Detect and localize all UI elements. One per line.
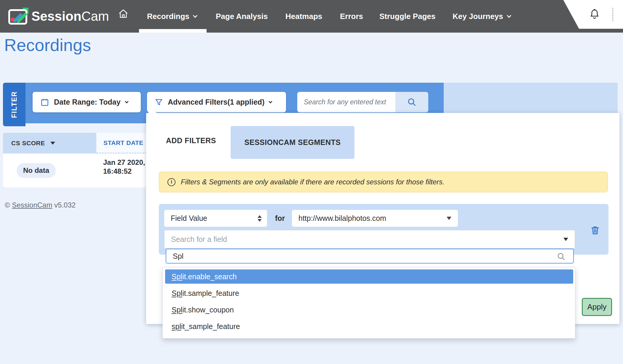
cs-score-value: No data — [23, 166, 49, 175]
field-result-option[interactable]: Split.show_coupon — [165, 303, 573, 317]
nav-item-heatmaps[interactable]: Heatmaps — [285, 0, 322, 33]
field-type-value: Field Value — [171, 214, 207, 223]
nav-item-recordings[interactable]: Recordings — [147, 0, 197, 33]
dropdown-arrow-icon — [563, 238, 568, 241]
filter-funnel-icon — [155, 98, 163, 106]
nav-item-label: Recordings — [147, 12, 189, 21]
text-search-input[interactable] — [297, 92, 395, 112]
tab-sessioncam-segments[interactable]: SESSIONCAM SEGMENTS — [231, 126, 354, 159]
copyright-symbol: © — [5, 201, 10, 209]
field-results-list: Split.enable_search Split.sample_feature… — [162, 267, 575, 339]
delete-filter-icon[interactable] — [590, 225, 600, 237]
nav-item-page-analysis[interactable]: Page Analysis — [216, 0, 268, 33]
field-result-option[interactable]: Split.sample_feature — [165, 286, 573, 300]
field-result-option[interactable]: split_sample_feature — [165, 319, 573, 333]
apply-button[interactable]: Apply — [582, 298, 612, 316]
matched-text: spl — [172, 322, 181, 331]
top-nav: SessionCam Recordings Page Analysis Heat… — [0, 0, 623, 33]
result-text: it.enable_search — [182, 272, 237, 281]
result-text: it.show_coupon — [182, 306, 234, 314]
search-icon — [557, 252, 566, 263]
info-icon: i — [167, 178, 175, 186]
brand-cam: Cam — [82, 9, 109, 23]
chevron-down-icon — [193, 13, 198, 18]
field-query-input[interactable] — [166, 249, 574, 264]
app-window: SessionCam Recordings Page Analysis Heat… — [0, 0, 623, 364]
start-date-header-label: START DATE — [103, 139, 143, 146]
sessioncam-logo-icon — [8, 7, 29, 25]
nav-item-struggle-pages[interactable]: Struggle Pages — [379, 0, 435, 33]
start-date-line1: Jan 27 2020, — [103, 158, 145, 167]
matched-text: Spl — [172, 272, 182, 281]
site-select-value: http://www.bilalphotos.com — [298, 214, 386, 223]
info-banner: i Filters & Segments are only available … — [159, 172, 608, 192]
select-spinner-icon — [258, 215, 262, 222]
dropdown-arrow-icon — [447, 217, 451, 220]
version-label: v5.032 — [54, 201, 76, 209]
active-tab-indicator — [139, 29, 207, 33]
nav-item-label: Struggle Pages — [379, 12, 435, 21]
dotted-divider-icon — [612, 8, 613, 21]
sessioncam-logo[interactable] — [8, 7, 29, 26]
matched-text: Spl — [172, 289, 182, 297]
filter-tab[interactable]: FILTER — [3, 83, 25, 126]
nav-item-label: Key Journeys — [453, 12, 503, 21]
advanced-filters-label: Advanced Filters(1 applied) — [168, 98, 264, 106]
nav-item-label: Heatmaps — [285, 12, 322, 21]
brand-name: SessionCam — [31, 9, 109, 24]
chevron-down-icon — [125, 100, 129, 103]
advanced-filters-button[interactable]: Advanced Filters(1 applied) — [147, 92, 286, 112]
sort-desc-icon — [50, 142, 55, 145]
date-range-label: Date Range: Today — [54, 98, 121, 106]
page-title: Recordings — [4, 35, 91, 55]
panel-notch — [148, 109, 157, 113]
site-select[interactable]: http://www.bilalphotos.com — [292, 210, 458, 227]
nav-item-label: Errors — [340, 12, 363, 21]
notifications-bell-icon[interactable] — [589, 8, 600, 21]
chevron-down-icon — [269, 100, 273, 103]
result-text: it.sample_feature — [182, 289, 239, 297]
nav-item-key-journeys[interactable]: Key Journeys — [453, 0, 511, 33]
column-header-start-date[interactable]: START DATE — [96, 133, 150, 154]
info-banner-text: Filters & Segments are only available if… — [181, 178, 445, 186]
nav-item-errors[interactable]: Errors — [340, 0, 363, 33]
result-text: it_sample_feature — [181, 322, 240, 331]
search-icon — [407, 97, 417, 107]
calendar-icon — [40, 98, 49, 107]
field-search-placeholder: Search for a field — [171, 235, 227, 244]
matched-text: Spl — [172, 306, 182, 314]
home-icon[interactable] — [118, 8, 129, 20]
search-button[interactable] — [395, 92, 428, 112]
for-label: for — [275, 214, 285, 223]
field-search-combobox[interactable]: Search for a field — [164, 230, 575, 248]
field-type-select[interactable]: Field Value — [164, 210, 267, 227]
cs-score-badge: No data — [17, 163, 56, 178]
date-range-button[interactable]: Date Range: Today — [33, 92, 141, 112]
nav-item-label: Page Analysis — [216, 12, 268, 21]
field-result-option[interactable]: Split.enable_search — [165, 269, 573, 284]
sessioncam-footer-link[interactable]: SessionCam — [12, 201, 52, 209]
column-header-cs-score[interactable]: CS SCORE — [3, 133, 96, 154]
tab-add-filters[interactable]: ADD FILTERS — [166, 136, 216, 145]
start-date-value: Jan 27 2020, 16:48:52 — [103, 158, 145, 176]
cs-score-header-label: CS SCORE — [11, 140, 45, 147]
start-date-line2: 16:48:52 — [103, 167, 145, 176]
filter-tab-label: FILTER — [10, 91, 18, 118]
footer-copyright: © SessionCam v5.032 — [5, 201, 76, 209]
brand-session: Session — [31, 9, 82, 23]
chevron-down-icon — [507, 13, 511, 18]
